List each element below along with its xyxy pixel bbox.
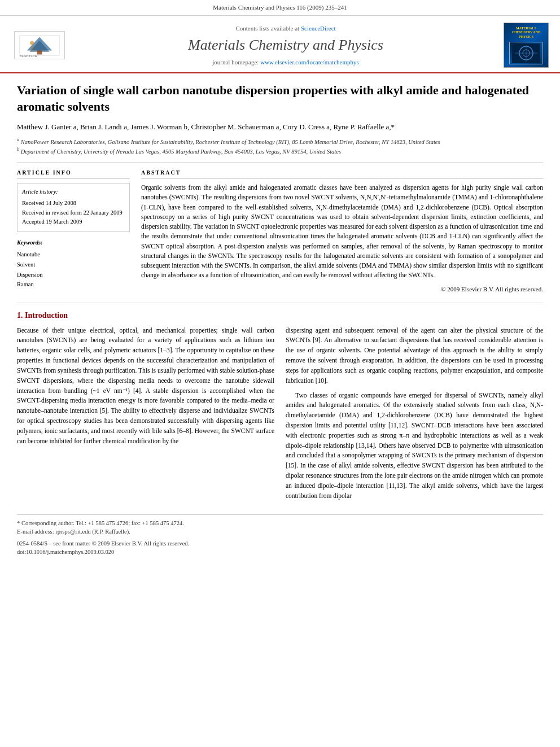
intro-para-1: Because of their unique electrical, opti… bbox=[17, 326, 274, 447]
article-dates: Received 14 July 2008 Received in revise… bbox=[22, 199, 125, 227]
article-info-box: Article history: Received 14 July 2008 R… bbox=[17, 183, 130, 232]
journal-title: Materials Chemistry and Physics bbox=[68, 35, 504, 55]
affiliations: a NanoPower Research Laboratories, Golis… bbox=[17, 137, 543, 156]
journal-banner: ELSEVIER Contents lists available at Sci… bbox=[0, 16, 560, 73]
journal-homepage: journal homepage: www.elsevier.com/locat… bbox=[68, 58, 504, 67]
main-content: Variation of single wall carbon nanotube… bbox=[0, 73, 560, 565]
keyword-raman: Raman bbox=[17, 279, 130, 290]
revised-date: Received in revised form 22 January 2009 bbox=[22, 208, 125, 218]
journal-reference: Materials Chemistry and Physics 116 (200… bbox=[124, 3, 436, 12]
journal-title-area: Contents lists available at ScienceDirec… bbox=[68, 24, 504, 67]
intro-two-col: Because of their unique electrical, opti… bbox=[17, 326, 543, 506]
divider-1 bbox=[17, 163, 543, 163]
svg-text:ELSEVIER: ELSEVIER bbox=[19, 54, 37, 58]
intro-heading: 1. Introduction bbox=[17, 310, 543, 321]
cover-title: MATERIALS CHEMISTRY AND PHYSICS bbox=[506, 27, 546, 40]
keywords-section: Keywords: Nanotube Solvent Dispersion Ra… bbox=[17, 239, 130, 290]
copyright-text: © 2009 Elsevier B.V. All rights reserved… bbox=[141, 285, 543, 294]
intro-para-2a: dispersing agent and subsequent removal … bbox=[286, 326, 543, 386]
footnote-area: * Corresponding author. Tel.: +1 585 475… bbox=[17, 514, 543, 556]
accepted-date: Accepted 19 March 2009 bbox=[22, 217, 125, 227]
left-column: ARTICLE INFO Article history: Received 1… bbox=[17, 169, 130, 294]
journal-homepage-link[interactable]: www.elsevier.com/locate/matchemphys bbox=[260, 59, 359, 65]
abstract-label: ABSTRACT bbox=[141, 169, 543, 178]
article-info-abstract-section: ARTICLE INFO Article history: Received 1… bbox=[17, 169, 543, 294]
keywords-label: Keywords: bbox=[17, 239, 130, 247]
cover-graphic bbox=[509, 42, 543, 64]
footnote-doi: doi:10.1016/j.matchemphys.2009.03.020 bbox=[17, 548, 543, 557]
body-divider bbox=[17, 303, 543, 303]
right-column: ABSTRACT Organic solvents from the alkyl… bbox=[141, 169, 543, 294]
sciencedirect-link[interactable]: ScienceDirect bbox=[301, 25, 336, 32]
abstract-text: Organic solvents from the alkyl amide an… bbox=[141, 183, 543, 281]
article-title: Variation of single wall carbon nanotube… bbox=[17, 82, 543, 115]
page-header: Materials Chemistry and Physics 116 (200… bbox=[0, 0, 560, 16]
elsevier-logo-image: ELSEVIER bbox=[14, 31, 65, 59]
elsevier-logo: ELSEVIER bbox=[11, 31, 68, 59]
keyword-dispersion: Dispersion bbox=[17, 270, 130, 280]
authors: Matthew J. Ganter a, Brian J. Landi a, J… bbox=[17, 122, 543, 132]
keyword-nanotube: Nanotube bbox=[17, 250, 130, 260]
footnote-issn: 0254-0584/$ – see front matter © 2009 El… bbox=[17, 540, 543, 548]
history-label: Article history: bbox=[22, 188, 125, 196]
sciencedirect-text: Contents lists available at ScienceDirec… bbox=[68, 24, 504, 33]
received-date: Received 14 July 2008 bbox=[22, 199, 125, 208]
intro-col1: Because of their unique electrical, opti… bbox=[17, 326, 274, 506]
journal-cover-image: MATERIALS CHEMISTRY AND PHYSICS bbox=[504, 23, 549, 68]
body-section: 1. Introduction Because of their unique … bbox=[17, 303, 543, 505]
keyword-solvent: Solvent bbox=[17, 260, 130, 270]
footnote-corresponding: * Corresponding author. Tel.: +1 585 475… bbox=[17, 519, 543, 528]
intro-col2: dispersing agent and subsequent removal … bbox=[286, 326, 543, 506]
article-info-label: ARTICLE INFO bbox=[17, 169, 130, 178]
svg-point-4 bbox=[30, 41, 34, 45]
intro-para-2b: Two classes of organic compounds have em… bbox=[286, 391, 543, 501]
svg-rect-3 bbox=[37, 50, 42, 54]
footnote-email: E-mail address: rprsps@rit.edu (R.P. Raf… bbox=[17, 528, 543, 536]
